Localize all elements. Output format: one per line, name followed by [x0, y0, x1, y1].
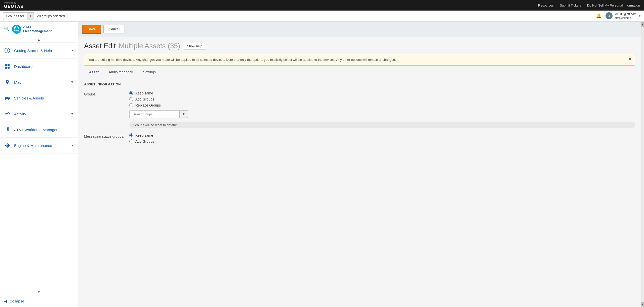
sidebar-item-label-engine: Engine & Maintenance — [14, 143, 67, 148]
page-title-main: Asset Edit — [84, 42, 116, 50]
groups-filter-button[interactable]: Groups filter ▼ — [3, 12, 34, 20]
search-icon[interactable]: 🔍 — [4, 26, 10, 32]
svg-rect-10 — [8, 67, 10, 69]
section-title: ASSET INFORMATION — [84, 82, 635, 86]
sidebar-item-map[interactable]: Map ▼ — [0, 74, 78, 90]
tab-asset[interactable]: Asset — [84, 68, 104, 77]
svg-marker-12 — [8, 97, 10, 99]
groups-keep-same-option[interactable]: Keep same — [129, 91, 635, 95]
svg-point-16 — [7, 145, 8, 146]
groups-replace-option[interactable]: Replace Groups — [129, 103, 635, 107]
main-scroll-area: Asset Edit Multiple Assets (35) Show hel… — [78, 37, 641, 307]
submit-tickets-link[interactable]: Submit Tickets — [560, 4, 581, 7]
groups-keep-same-radio[interactable] — [129, 91, 133, 95]
sidebar-item-dashboard[interactable]: Dashboard — [0, 59, 78, 74]
att-logo-icon — [12, 25, 21, 34]
puzzle-icon — [4, 126, 11, 133]
groups-add-label: Add Groups — [135, 97, 154, 101]
messaging-field: Keep same Add Groups — [129, 133, 635, 143]
sidebar-item-engine[interactable]: Engine & Maintenance ▼ — [0, 138, 78, 154]
sidebar-item-label-getting-started: Getting Started & Help — [14, 48, 67, 53]
cancel-button[interactable]: Cancel — [103, 25, 125, 33]
sidebar-item-workforce[interactable]: AT&T Workforce Manager — [0, 122, 78, 138]
sidebar-item-label-activity: Activity — [14, 112, 67, 116]
collapse-icon: ◀ — [4, 299, 7, 303]
sidebar-nav: ? Getting Started & Help ▼ Dashboard Map… — [0, 43, 78, 289]
brand-identity: AT&T Fleet Management — [12, 25, 52, 34]
sidebar-item-getting-started[interactable]: ? Getting Started & Help ▼ — [0, 43, 78, 59]
user-menu[interactable]: J jc1330@att.com attsalesdemo ▼ — [606, 12, 641, 20]
tab-bar: Asset Audio feedback Settings — [84, 68, 635, 77]
select-groups-input[interactable] — [129, 110, 180, 118]
tab-audio-feedback[interactable]: Audio feedback — [104, 68, 138, 77]
user-avatar: J — [606, 12, 613, 19]
page-title-sub: Multiple Assets (35) — [119, 42, 180, 50]
right-scrollbar[interactable]: ▲ ▼ — [641, 22, 644, 307]
messaging-keep-same-label: Keep same — [135, 133, 153, 137]
resources-link[interactable]: Resources — [538, 4, 554, 7]
sidebar-item-label-map: Map — [14, 80, 67, 84]
messaging-add-radio[interactable] — [129, 139, 133, 143]
sidebar-header: 🔍 AT&T Fleet Management — [0, 22, 78, 37]
scrollbar-up-arrow[interactable]: ▲ — [641, 22, 644, 27]
notification-bell[interactable]: 🔔 — [596, 13, 601, 19]
user-demo: attsalesdemo — [615, 16, 636, 20]
groups-form-row: Groups: Keep same Add Groups Replace — [84, 91, 635, 128]
svg-point-14 — [8, 99, 9, 100]
svg-rect-11 — [5, 97, 8, 99]
app-body: 🔍 AT&T Fleet Management ▲ — [0, 22, 644, 307]
messaging-keep-same-radio[interactable] — [129, 133, 133, 137]
user-chevron-icon: ▼ — [638, 15, 641, 17]
groups-replace-radio[interactable] — [129, 103, 133, 107]
chevron-down-icon-activity: ▼ — [71, 112, 74, 116]
groups-add-option[interactable]: Add Groups — [129, 97, 635, 101]
sidebar-item-label-dashboard: Dashboard — [14, 64, 74, 69]
sidebar-scroll-down[interactable]: ▼ — [0, 289, 78, 295]
svg-rect-7 — [5, 64, 7, 66]
messaging-keep-same-option[interactable]: Keep same — [129, 133, 635, 137]
sidebar-item-activity[interactable]: Activity ▼ — [0, 106, 78, 122]
messaging-add-option[interactable]: Add Groups — [129, 139, 635, 143]
svg-rect-8 — [8, 64, 10, 66]
groups-filter-label: Groups filter — [3, 14, 27, 18]
sidebar-collapse-button[interactable]: ◀ Collapse — [0, 295, 78, 307]
warning-banner: You are editing multiple devices. Any ch… — [84, 54, 635, 66]
show-help-button[interactable]: Show help — [183, 43, 206, 49]
main-content: Save Cancel Asset Edit Multiple Assets (… — [78, 22, 641, 307]
groups-filter-chevron: ▼ — [27, 13, 34, 20]
activity-icon — [4, 111, 11, 117]
sidebar-item-label-workforce: AT&T Workforce Manager — [14, 128, 74, 132]
chevron-down-icon-map: ▼ — [71, 80, 74, 84]
top-bar-links: Resources Submit Tickets Do Not Sell My … — [538, 4, 640, 7]
page-header: Asset Edit Multiple Assets (35) Show hel… — [78, 37, 641, 52]
groups-add-radio[interactable] — [129, 97, 133, 101]
save-button[interactable]: Save — [82, 25, 101, 34]
select-groups-dropdown-button[interactable]: ▼ — [180, 110, 188, 118]
form-section: ASSET INFORMATION Groups: Keep same Add … — [78, 77, 641, 154]
collapse-label: Collapse — [10, 299, 24, 303]
sidebar: 🔍 AT&T Fleet Management ▲ — [0, 22, 78, 307]
chevron-down-icon-engine: ▼ — [71, 144, 74, 147]
tab-settings[interactable]: Settings — [138, 68, 161, 77]
svg-text:?: ? — [6, 49, 8, 53]
main-toolbar: Save Cancel — [78, 22, 641, 37]
svg-rect-9 — [5, 67, 7, 69]
brand-logo: Powered by GEOTAB — [4, 2, 24, 9]
dashboard-icon — [4, 63, 11, 70]
scrollbar-down-arrow[interactable]: ▼ — [641, 302, 644, 306]
warning-text: You are editing multiple devices. Any ch… — [88, 58, 396, 62]
groups-selected-text: All groups selected — [37, 14, 65, 18]
brand-name: AT&T Fleet Management — [23, 25, 52, 33]
sidebar-scroll-up[interactable]: ▲ — [0, 37, 78, 43]
messaging-add-label: Add Groups — [135, 139, 154, 143]
select-groups-row: ▼ — [129, 110, 635, 118]
messaging-form-row: Messaging status groups: Keep same Add G… — [84, 133, 635, 143]
warning-close-button[interactable]: ✕ — [628, 57, 632, 62]
sidebar-item-vehicles[interactable]: Vehicles & Assets — [0, 90, 78, 106]
top-bar: Powered by GEOTAB Resources Submit Ticke… — [0, 0, 644, 11]
powered-by-text: Powered by — [4, 2, 24, 4]
map-icon — [4, 79, 11, 85]
question-icon: ? — [4, 47, 11, 54]
do-not-sell-link[interactable]: Do Not Sell My Personal Information — [587, 4, 640, 7]
groups-reset-message: Groups will be reset to default — [129, 122, 635, 128]
